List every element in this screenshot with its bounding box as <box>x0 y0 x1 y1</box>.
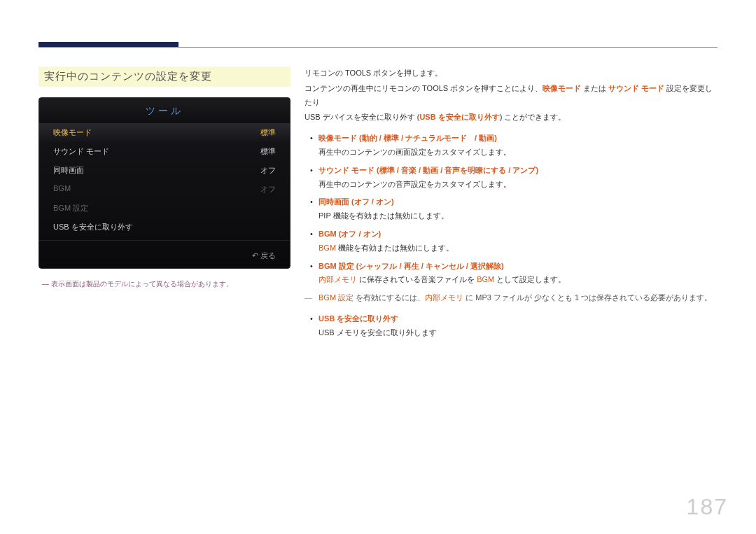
menu-row-bgm[interactable]: BGM オフ <box>39 180 290 199</box>
option-sound-mode: サウンド モード (標準 / 音楽 / 動画 / 音声を明瞭にする / アンプ)… <box>304 164 718 192</box>
menu-row-value: オフ <box>260 165 276 176</box>
option-usb-safe-remove: USB を安全に取り外す USB メモリを安全に取り外します <box>304 312 718 340</box>
content-area: 実行中のコンテンツの設定を変更 ツール 映像モード 標準 サウンド モード 標準… <box>38 66 718 344</box>
intro-text-3: USB デバイスを安全に取り外す (USB を安全に取り外す) ことができます。 <box>304 111 718 125</box>
options-list-2: USB を安全に取り外す USB メモリを安全に取り外します <box>304 312 718 340</box>
menu-row-label: 同時画面 <box>53 165 84 176</box>
menu-row-label: 映像モード <box>53 127 92 138</box>
section-title: 実行中のコンテンツの設定を変更 <box>38 66 290 87</box>
tv-menu-title: ツール <box>39 98 290 123</box>
note-bgm-requirement: BGM 設定 を有効にするには、内部メモリ に MP3 ファイルが 少なくとも … <box>304 291 718 305</box>
tv-menu-panel: ツール 映像モード 標準 サウンド モード 標準 同時画面 オフ BGM オフ … <box>38 97 290 269</box>
page-number: 187 <box>687 494 728 520</box>
option-pip: 同時画面 (オフ / オン) PIP 機能を有効または無効にします。 <box>304 195 718 223</box>
options-list: 映像モード (動的 / 標準 / ナチュラルモード / 動画) 再生中のコンテン… <box>304 132 718 287</box>
return-icon: ↶ <box>252 251 258 260</box>
menu-row-sound-mode[interactable]: サウンド モード 標準 <box>39 142 290 161</box>
menu-row-label: BGM <box>53 184 71 195</box>
intro-text-1: リモコンの TOOLS ボタンを押します。 <box>304 66 718 80</box>
menu-row-pip[interactable]: 同時画面 オフ <box>39 161 290 180</box>
screenshot-caption: ― 表示画面は製品のモデルによって異なる場合があります。 <box>38 279 290 289</box>
menu-row-label: BGM 設定 <box>53 203 88 213</box>
menu-row-label: サウンド モード <box>53 146 109 157</box>
menu-row-usb-safe-remove[interactable]: USB を安全に取り外す <box>39 218 290 237</box>
option-bgm-settings: BGM 設定 (シャッフル / 再生 / キャンセル / 選択解除) 内部メモリ… <box>304 260 718 288</box>
left-column: 実行中のコンテンツの設定を変更 ツール 映像モード 標準 サウンド モード 標準… <box>38 66 290 344</box>
menu-row-value: 標準 <box>260 127 276 138</box>
menu-row-value: 標準 <box>260 146 276 157</box>
return-label: 戻る <box>260 251 276 260</box>
menu-row-bgm-settings[interactable]: BGM 設定 <box>39 199 290 218</box>
menu-row-label: USB を安全に取り外す <box>53 222 133 232</box>
tv-menu-footer: ↶ 戻る <box>39 240 290 268</box>
option-picture-mode: 映像モード (動的 / 標準 / ナチュラルモード / 動画) 再生中のコンテン… <box>304 132 718 160</box>
header-divider <box>38 47 718 48</box>
right-column: リモコンの TOOLS ボタンを押します。 コンテンツの再生中にリモコンの TO… <box>304 66 718 344</box>
option-bgm: BGM (オフ / オン) BGM 機能を有効または無効にします。 <box>304 227 718 255</box>
intro-text-2: コンテンツの再生中にリモコンの TOOLS ボタンを押すことにより、映像モード … <box>304 82 718 110</box>
menu-row-value: オフ <box>260 184 276 195</box>
menu-row-picture-mode[interactable]: 映像モード 標準 <box>39 123 290 142</box>
